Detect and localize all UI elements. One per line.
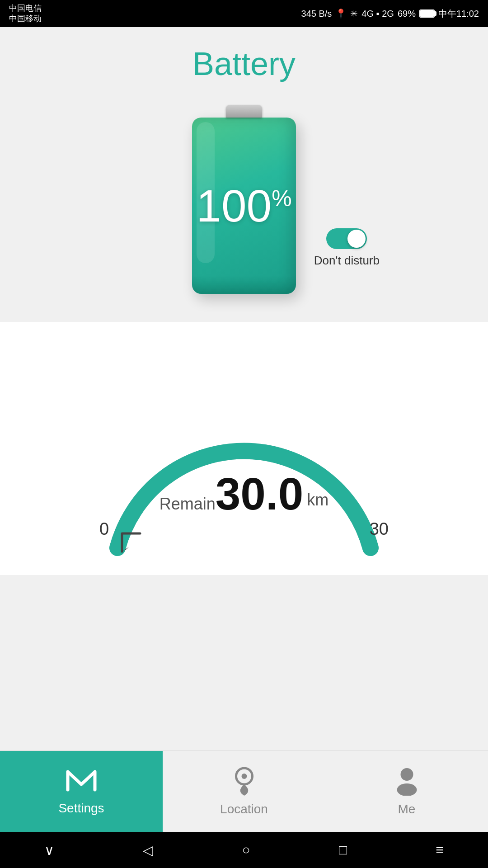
location-pin-icon <box>232 766 257 797</box>
system-nav: ∨ ◁ ○ □ ≡ <box>0 832 488 868</box>
network-speed: 345 B/s <box>301 9 332 19</box>
nav-label-settings: Settings <box>58 801 104 816</box>
speedometer-section: 0 30 Remain 30.0 km <box>0 322 488 575</box>
battery-3d-icon: 100% <box>192 105 296 295</box>
speed-value: 30.0 <box>216 471 304 516</box>
nav-item-me[interactable]: Me <box>325 751 488 832</box>
battery-percentage: 100% <box>196 180 291 232</box>
bottom-nav: Settings Location Me <box>0 750 488 832</box>
arrow-icon <box>117 529 145 561</box>
speed-min-label: 0 <box>99 519 109 539</box>
battery-fill <box>420 10 434 17</box>
me-person-svg <box>394 766 419 796</box>
battery-percent: 69% <box>398 9 416 19</box>
corner-arrow-svg <box>117 529 145 556</box>
m-logo-svg <box>66 767 97 792</box>
carrier2: 中国移动 <box>9 14 42 24</box>
remain-label: Remain <box>160 495 216 514</box>
battery-rect <box>419 9 435 18</box>
battery-section: Battery 100% Don't disturb <box>0 27 488 322</box>
location-pin-svg <box>232 766 257 796</box>
nav-item-location[interactable]: Location <box>163 751 325 832</box>
settings-m-icon <box>66 767 97 797</box>
svg-point-2 <box>241 774 247 779</box>
location-icon: 📍 <box>335 8 347 19</box>
battery-visual-area: 100% Don't disturb <box>108 105 380 295</box>
battery-title: Battery <box>192 45 296 82</box>
speed-unit: km <box>307 491 328 509</box>
nav-label-location: Location <box>220 802 268 816</box>
dont-disturb-label: Don't disturb <box>314 254 380 268</box>
white-section: 0 30 Remain 30.0 km <box>0 322 488 575</box>
nav-label-me: Me <box>398 802 416 816</box>
nav-down-btn[interactable]: ∨ <box>44 842 54 858</box>
speed-center: Remain 30.0 km <box>160 471 329 516</box>
nav-item-settings[interactable]: Settings <box>0 751 163 832</box>
speed-remain-row: Remain 30.0 km <box>160 471 329 516</box>
svg-point-3 <box>400 768 413 781</box>
nav-menu-btn[interactable]: ≡ <box>436 842 444 858</box>
speedometer-container: 0 30 Remain 30.0 km <box>90 331 398 575</box>
bluetooth-icon: ✳ <box>350 8 358 19</box>
nav-recent-btn[interactable]: □ <box>339 842 347 858</box>
battery-body: 100% <box>192 118 296 294</box>
nav-home-btn[interactable]: ○ <box>242 842 250 858</box>
svg-point-4 <box>397 783 417 796</box>
speed-max-label: 30 <box>370 519 389 539</box>
me-person-icon <box>394 766 419 797</box>
toggle-knob <box>347 230 366 248</box>
carrier1: 中国电信 <box>9 3 42 14</box>
status-bar: 中国电信 中国移动 345 B/s 📍 ✳ 4G ▪ 2G 69% 中午11:0… <box>0 0 488 27</box>
nav-back-btn[interactable]: ◁ <box>143 842 153 858</box>
status-right: 345 B/s 📍 ✳ 4G ▪ 2G 69% 中午11:02 <box>301 8 479 20</box>
carrier-info: 中国电信 中国移动 <box>9 3 42 24</box>
dont-disturb-toggle[interactable] <box>326 228 367 249</box>
time: 中午11:02 <box>438 8 479 20</box>
dont-disturb-area: Don't disturb <box>314 228 380 268</box>
signal-icons: 4G ▪ 2G <box>361 9 394 19</box>
battery-top-terminal <box>226 105 262 118</box>
battery-icon-small <box>419 9 435 18</box>
